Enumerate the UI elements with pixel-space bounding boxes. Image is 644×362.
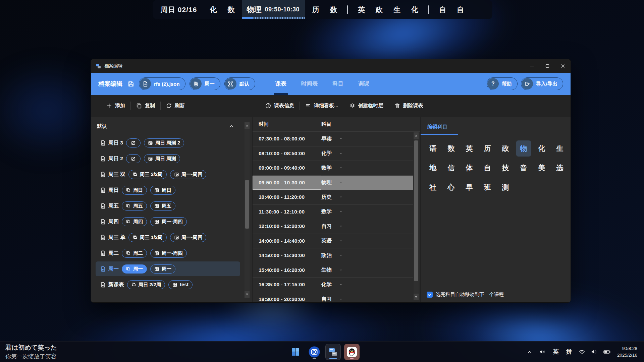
add-button[interactable]: 添加 xyxy=(101,99,130,113)
lesson-time-cell[interactable]: 09:50:00 - 10:30:00 xyxy=(253,176,321,190)
refresh-button[interactable]: 刷新 xyxy=(161,99,190,113)
lesson-subject-cell[interactable]: 数学 xyxy=(321,208,343,215)
file-pill[interactable]: rfs (2).json xyxy=(139,77,185,90)
timetable-row[interactable]: 09:50:00 - 10:30:00物理 xyxy=(253,176,413,190)
lesson-time-cell[interactable]: 07:30:00 - 08:00:00 xyxy=(253,132,321,146)
profile-editor-taskbar-icon[interactable] xyxy=(325,344,341,360)
timetable-row[interactable]: 15:40:00 - 16:20:00生物 xyxy=(253,263,413,278)
schedule-list-item[interactable]: 周四周四周一-周四 xyxy=(96,214,240,229)
create-temp-layer-button[interactable]: 创建临时层 xyxy=(344,99,389,113)
lesson-subject-cell[interactable]: 化学 xyxy=(321,150,343,157)
timetable-row[interactable]: 18:30:00 - 20:20:00自习 xyxy=(253,292,413,303)
lesson-subject-cell[interactable]: 自习 xyxy=(321,296,343,302)
timetable-row[interactable]: 12:10:00 - 12:20:00自习 xyxy=(253,219,413,234)
subject-option[interactable]: 早 xyxy=(462,179,477,195)
delete-timetable-button[interactable]: 删除课表 xyxy=(389,99,429,113)
schedule-list-item[interactable]: 周五周五周五 xyxy=(96,198,240,213)
taskbar-clock[interactable]: 9:58:28 2025/2/16 xyxy=(614,345,642,358)
lesson-time-cell[interactable]: 14:50:00 - 15:30:00 xyxy=(253,248,321,263)
trigger-badge[interactable]: 周四 xyxy=(122,217,147,226)
tab-timelayout[interactable]: 时间表 xyxy=(294,73,325,95)
lesson-time-cell[interactable]: 08:10:00 - 08:50:00 xyxy=(253,146,321,161)
lesson-time-cell[interactable]: 10:40:00 - 11:20:00 xyxy=(253,190,321,204)
lesson-time-cell[interactable]: 16:35:00 - 17:15:00 xyxy=(253,278,321,292)
lesson-subject-cell[interactable]: 自习 xyxy=(321,223,343,230)
subject-option[interactable]: 化 xyxy=(534,140,549,157)
subject-option[interactable]: 心 xyxy=(444,179,459,195)
timetable-row[interactable]: 14:50:00 - 15:30:00政治 xyxy=(253,248,413,263)
schedule-list-item[interactable]: 周日周日周日 xyxy=(96,183,240,197)
subject-option[interactable]: 政 xyxy=(498,140,513,157)
timetable-badge[interactable]: 周一-周四 xyxy=(170,170,207,179)
timetable-badge[interactable]: 周五 xyxy=(150,201,175,210)
timetable-badge[interactable]: 周一-周四 xyxy=(150,217,187,226)
timetable-row[interactable]: 08:10:00 - 08:50:00化学 xyxy=(253,146,413,161)
lesson-time-cell[interactable]: 15:40:00 - 16:20:00 xyxy=(253,263,321,278)
timetable-row[interactable]: 14:00:00 - 14:40:00英语 xyxy=(253,234,413,249)
trigger-badge[interactable]: 周三 1/2周 xyxy=(128,233,167,242)
lesson-subject-cell[interactable]: 数学 xyxy=(321,165,343,172)
lesson-subject-cell[interactable]: 政治 xyxy=(321,252,343,259)
schedule-list-item[interactable]: 周三 双周三 2/2周周一-周四 xyxy=(96,167,240,182)
trigger-badge[interactable]: 周三 2/2周 xyxy=(128,170,167,179)
subject-option[interactable]: 音 xyxy=(516,160,531,176)
subject-dropdown-caret-icon[interactable] xyxy=(339,283,343,286)
lesson-subject-cell[interactable]: 英语 xyxy=(321,237,343,244)
scroll-down-icon[interactable] xyxy=(414,294,419,300)
subject-option[interactable]: 选 xyxy=(552,160,567,176)
maximize-button[interactable] xyxy=(540,59,555,73)
import-export-button[interactable]: 导入/导出 xyxy=(521,77,563,90)
minimize-button[interactable] xyxy=(524,59,540,73)
subject-dropdown-caret-icon[interactable] xyxy=(339,225,343,228)
hidden-badge[interactable] xyxy=(126,138,141,147)
auto-move-checkbox[interactable] xyxy=(427,292,433,298)
wifi-icon[interactable] xyxy=(576,342,588,362)
start-button[interactable] xyxy=(288,344,303,360)
timetable-info-button[interactable]: 课表信息 xyxy=(260,99,300,113)
schedule-list-item[interactable]: 周日 2周日 周测 xyxy=(96,151,240,166)
timetable-row[interactable]: 07:30:00 - 08:00:00早读 xyxy=(253,132,413,146)
qq-taskbar-icon[interactable] xyxy=(344,344,360,360)
subject-option[interactable]: 社 xyxy=(426,179,440,195)
subject-dropdown-caret-icon[interactable] xyxy=(339,254,343,257)
trigger-badge[interactable]: 周二 xyxy=(122,249,147,258)
ime-pinyin-indicator[interactable]: 拼 xyxy=(562,342,576,362)
media-volume-icon[interactable] xyxy=(536,342,549,362)
subject-option[interactable]: 体 xyxy=(462,160,477,176)
subject-option[interactable]: 生 xyxy=(552,140,567,157)
chevron-up-icon[interactable] xyxy=(229,124,234,129)
subject-option[interactable]: 班 xyxy=(480,179,495,195)
trigger-badge[interactable]: 周日 xyxy=(122,186,147,195)
timetable-badge[interactable]: 周日 xyxy=(150,186,175,195)
lesson-subject-cell[interactable]: 生物 xyxy=(321,266,343,274)
lesson-time-cell[interactable]: 12:10:00 - 12:20:00 xyxy=(253,219,321,234)
trigger-badge[interactable]: 周一 xyxy=(122,264,147,274)
schedule-list-item[interactable]: 新课表周日 2/2周test xyxy=(96,277,240,292)
scroll-up-icon[interactable] xyxy=(245,122,250,129)
subject-option[interactable]: 测 xyxy=(498,179,513,195)
subject-dropdown-caret-icon[interactable] xyxy=(339,196,343,198)
subject-dropdown-caret-icon[interactable] xyxy=(339,152,343,155)
subject-dropdown-caret-icon[interactable] xyxy=(339,137,343,140)
schedule-pill[interactable]: 周一 xyxy=(190,77,220,90)
detail-board-button[interactable]: 详细看板... xyxy=(300,99,344,113)
schedule-group-header[interactable]: 默认 xyxy=(91,117,252,131)
close-button[interactable] xyxy=(555,59,571,73)
timetable-row[interactable]: 10:40:00 - 11:20:00历史 xyxy=(253,190,413,205)
schedule-list-scrollbar[interactable] xyxy=(245,122,250,298)
timetable-row[interactable]: 09:00:00 - 09:40:00数学 xyxy=(253,161,413,176)
lesson-time-cell[interactable]: 09:00:00 - 09:40:00 xyxy=(253,161,321,175)
timetable-scrollbar[interactable] xyxy=(414,132,419,300)
subject-dropdown-caret-icon[interactable] xyxy=(339,240,343,242)
group-pill[interactable]: 默认 xyxy=(224,77,255,90)
timetable-row[interactable]: 16:35:00 - 17:15:00化学 xyxy=(253,278,413,292)
battery-icon[interactable] xyxy=(600,342,614,362)
tab-swap[interactable]: 调课 xyxy=(351,73,377,95)
timetable-badge[interactable]: 周一 xyxy=(150,264,175,274)
lesson-subject-cell[interactable]: 化学 xyxy=(321,281,343,288)
schedule-list-item[interactable]: 周二周二周一-周四 xyxy=(96,246,240,260)
subject-option[interactable]: 语 xyxy=(426,140,440,157)
lesson-time-cell[interactable]: 14:00:00 - 14:40:00 xyxy=(253,234,321,248)
subject-dropdown-caret-icon[interactable] xyxy=(339,167,343,169)
tab-timetable[interactable]: 课表 xyxy=(268,73,294,95)
